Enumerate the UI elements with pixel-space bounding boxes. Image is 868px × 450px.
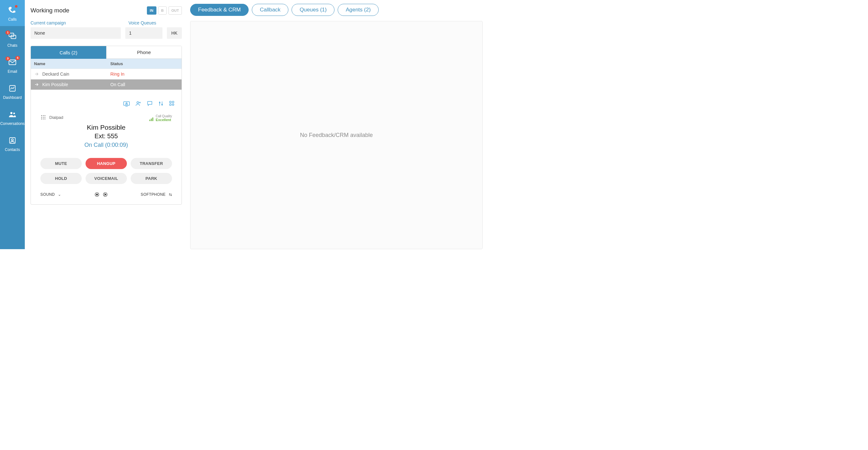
email-badge-1: 3 [5, 57, 10, 61]
transfer-button[interactable]: TRANSFER [131, 158, 172, 169]
dialpad-button[interactable]: Dialpad [40, 115, 63, 120]
right-tabs: Feedback & CRM Callback Queues (1) Agent… [190, 4, 483, 16]
arrow-right-icon [34, 82, 39, 87]
call-toolbar [31, 98, 182, 110]
voicemail-button[interactable]: VOICEMAIL [86, 173, 127, 184]
svg-rect-28 [152, 118, 153, 121]
queues-label: Voice Queues [128, 20, 182, 25]
play-icon[interactable] [102, 192, 108, 197]
call-quality-value: Excellent [156, 118, 171, 122]
nav-conversations[interactable]: Conversations [0, 104, 25, 130]
calls-indicator-dot [15, 5, 18, 8]
call-row-name: Kim Possible [42, 82, 68, 87]
call-row-status: On Call [107, 79, 182, 90]
email-badge-2: 5 [15, 56, 20, 60]
nav-email[interactable]: 3 5 Email [0, 52, 25, 78]
call-quality: Call Quality Excellent [149, 115, 172, 122]
svg-point-17 [41, 115, 42, 116]
calls-card: Calls (2) Phone Name Status Deckard Cain… [31, 46, 182, 205]
tab-queues[interactable]: Queues (1) [291, 4, 335, 16]
call-row[interactable]: Kim Possible On Call [31, 79, 182, 90]
svg-rect-14 [172, 101, 174, 103]
svg-point-21 [43, 117, 43, 118]
campaign-value[interactable]: None [31, 27, 121, 39]
nav-calls-label: Calls [8, 17, 17, 22]
tab-feedback-crm[interactable]: Feedback & CRM [190, 4, 249, 16]
header-name: Name [31, 59, 107, 69]
svg-point-20 [41, 117, 42, 118]
svg-point-18 [43, 115, 43, 116]
hk-button[interactable]: HK [167, 27, 182, 39]
sound-label: SOUND [40, 192, 55, 197]
arrow-right-icon [34, 71, 39, 76]
screen-share-icon[interactable] [123, 100, 130, 107]
call-row-status: Ring In [107, 69, 182, 79]
svg-point-23 [41, 119, 42, 119]
park-button[interactable]: PARK [131, 173, 172, 184]
group-icon [8, 110, 17, 119]
mode-out-button[interactable]: OUT [168, 6, 182, 14]
tab-agents[interactable]: Agents (2) [338, 4, 378, 16]
sidebar: Calls 1 Chats 3 5 Email Dashboard [0, 0, 25, 249]
softphone-label: SOFTPHONE [141, 192, 166, 197]
queues-value[interactable]: 1 [125, 27, 162, 39]
softphone-menu[interactable]: SOFTPHONE ⇆ [141, 192, 172, 197]
svg-point-7 [11, 139, 13, 141]
dialpad-label: Dialpad [49, 115, 63, 120]
working-mode-title: Working mode [31, 7, 69, 14]
tab-callback[interactable]: Callback [252, 4, 288, 16]
signal-icon [149, 117, 154, 122]
dialpad-icon [40, 115, 46, 120]
nav-dashboard[interactable]: Dashboard [0, 78, 25, 104]
nav-chats[interactable]: 1 Chats [0, 26, 25, 52]
svg-point-24 [43, 119, 43, 119]
hangup-button[interactable]: HANGUP [86, 158, 127, 169]
sound-menu[interactable]: SOUND ⌄ [40, 192, 61, 197]
svg-rect-26 [149, 120, 150, 121]
swap-icon: ⇆ [169, 192, 172, 197]
nav-dashboard-label: Dashboard [3, 95, 22, 100]
chevron-down-icon: ⌄ [58, 192, 61, 197]
phone-icon [8, 6, 17, 14]
hold-button[interactable]: HOLD [40, 173, 82, 184]
chats-badge: 1 [5, 31, 10, 35]
chat-icon: 1 [8, 32, 17, 41]
mode-b-button[interactable]: B [158, 6, 166, 14]
svg-point-30 [96, 194, 98, 195]
svg-point-16 [172, 104, 174, 105]
caller-name: Kim Possible [40, 124, 172, 131]
feedback-pane: No Feedback/CRM available [190, 21, 483, 249]
mode-buttons: IN B OUT [147, 6, 182, 14]
svg-point-5 [13, 112, 15, 114]
apps-icon[interactable] [169, 100, 175, 107]
svg-point-4 [10, 112, 13, 114]
comment-icon[interactable] [147, 100, 153, 107]
header-status: Status [107, 59, 182, 69]
nav-contacts[interactable]: Contacts [0, 130, 25, 156]
add-person-icon[interactable] [135, 100, 142, 107]
right-panel: Feedback & CRM Callback Queues (1) Agent… [188, 0, 488, 249]
nav-calls[interactable]: Calls [0, 0, 25, 26]
call-row[interactable]: Deckard Cain Ring In [31, 69, 182, 79]
svg-point-9 [126, 103, 127, 104]
call-status: On Call (0:00:09) [40, 142, 172, 149]
svg-rect-13 [170, 101, 172, 103]
svg-point-10 [137, 102, 138, 104]
svg-point-22 [44, 117, 45, 118]
mail-icon: 3 5 [8, 58, 17, 67]
record-icon[interactable] [94, 192, 100, 197]
empty-feedback-text: No Feedback/CRM available [300, 132, 373, 138]
left-panel: Working mode IN B OUT Current campaign V… [25, 0, 188, 249]
tab-phone[interactable]: Phone [106, 46, 182, 59]
nav-conversations-label: Conversations [0, 121, 25, 126]
mode-in-button[interactable]: IN [147, 6, 156, 14]
campaign-label: Current campaign [31, 20, 123, 25]
call-row-name: Deckard Cain [42, 71, 69, 76]
mute-button[interactable]: MUTE [40, 158, 82, 169]
sliders-icon[interactable] [158, 100, 164, 107]
recording-controls [94, 192, 108, 197]
calls-table-header: Name Status [31, 59, 182, 69]
nav-contacts-label: Contacts [5, 148, 20, 152]
svg-rect-1 [11, 35, 16, 39]
tab-calls[interactable]: Calls (2) [31, 46, 106, 59]
